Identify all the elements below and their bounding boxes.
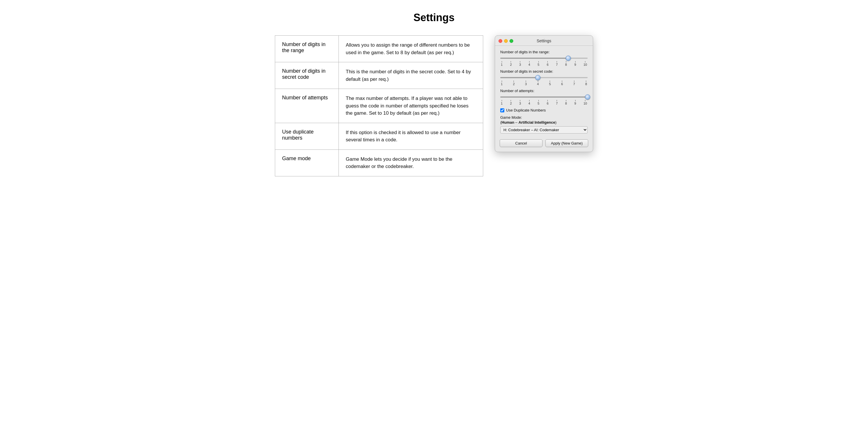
- tick-10: 10: [584, 61, 587, 66]
- tick-label: 8: [585, 82, 587, 86]
- tick-label: 6: [561, 82, 563, 86]
- checkbox-label[interactable]: Use Duplicate Numbers: [506, 108, 546, 112]
- settings-dialog: Settings Number of digits in the range: …: [495, 35, 593, 152]
- row-description-3: If this option is checked it is allowed …: [339, 123, 483, 149]
- tick-3: 3: [525, 81, 527, 86]
- tick-4: 4: [528, 100, 530, 105]
- maximize-button[interactable]: [509, 39, 513, 43]
- tick-mark: [526, 81, 526, 82]
- dialog-title: Settings: [537, 38, 552, 43]
- tick-1: 1: [501, 61, 503, 66]
- tick-label: 9: [574, 102, 576, 105]
- slider3-label: Number of attempts:: [500, 89, 588, 93]
- slider1-ticks: 12345678910: [500, 61, 588, 66]
- apply-button[interactable]: Apply (New Game): [546, 139, 588, 147]
- slider2-fill: [500, 77, 538, 78]
- tick-7: 7: [556, 100, 558, 105]
- slider2-container: 12345678: [500, 75, 588, 86]
- table-row: Use duplicate numbersIf this option is c…: [275, 123, 483, 149]
- tick-label: 7: [556, 102, 558, 105]
- tick-4: 4: [528, 61, 530, 66]
- slider1-container: 12345678910: [500, 55, 588, 66]
- tick-label: 8: [565, 63, 567, 66]
- slider2-ticks: 12345678: [500, 81, 588, 86]
- tick-8: 8: [585, 81, 587, 86]
- dialog-body: Number of digits in the range: 123456789…: [495, 46, 593, 139]
- slider3-track: [500, 96, 588, 97]
- tick-label: 4: [537, 82, 539, 86]
- traffic-lights: [498, 39, 513, 43]
- slider1-thumb[interactable]: [566, 56, 571, 61]
- tick-mark: [502, 61, 502, 63]
- gamemode-label: Game Mode:: [500, 115, 588, 120]
- tick-1: 1: [501, 81, 503, 86]
- tick-5: 5: [537, 61, 539, 66]
- row-label-3: Use duplicate numbers: [275, 123, 339, 149]
- slider1-track: [500, 58, 588, 59]
- tick-label: 1: [501, 102, 503, 105]
- row-label-2: Number of attempts: [275, 89, 339, 123]
- tick-mark: [514, 81, 514, 82]
- tick-4: 4: [537, 81, 539, 86]
- slider2-label: Number of digits in secret code:: [500, 69, 588, 74]
- gamemode-select[interactable]: H: Codebreaker – AI: CodemakerH: Codemak…: [500, 126, 588, 134]
- tick-label: 5: [537, 102, 539, 105]
- tick-mark: [550, 81, 550, 82]
- row-label-0: Number of digits in the range: [275, 36, 339, 62]
- slider3-container: 12345678910: [500, 94, 588, 105]
- dialog-titlebar: Settings: [495, 36, 593, 46]
- tick-3: 3: [519, 61, 521, 66]
- checkbox-row[interactable]: Use Duplicate Numbers: [500, 108, 588, 112]
- tick-mark: [502, 100, 502, 102]
- tick-mark: [557, 61, 557, 63]
- slider2-track-wrapper[interactable]: [500, 75, 588, 81]
- tick-mark: [575, 61, 576, 63]
- tick-label: 10: [584, 63, 587, 66]
- tick-7: 7: [573, 81, 575, 86]
- tick-label: 4: [528, 63, 530, 66]
- slider2-thumb[interactable]: [535, 75, 540, 80]
- tick-mark: [538, 61, 539, 63]
- table-row: Number of attemptsThe max number of atte…: [275, 89, 483, 123]
- tick-mark: [586, 81, 586, 82]
- row-description-4: Game Mode lets you decide if you want to…: [339, 149, 483, 176]
- tick-mark: [538, 81, 538, 82]
- tick-label: 7: [556, 63, 558, 66]
- cancel-button[interactable]: Cancel: [500, 139, 542, 147]
- slider1-track-wrapper[interactable]: [500, 55, 588, 61]
- tick-label: 1: [501, 63, 503, 66]
- tick-7: 7: [556, 61, 558, 66]
- tick-label: 6: [547, 63, 549, 66]
- tick-mark: [538, 100, 539, 102]
- tick-2: 2: [513, 81, 515, 86]
- tick-2: 2: [510, 61, 512, 66]
- tick-3: 3: [519, 100, 521, 105]
- row-description-2: The max number of attempts. If a player …: [339, 89, 483, 123]
- duplicate-checkbox[interactable]: [500, 108, 504, 112]
- tick-label: 2: [510, 102, 512, 105]
- dialog-buttons: Cancel Apply (New Game): [495, 139, 593, 147]
- tick-9: 9: [574, 61, 576, 66]
- row-label-1: Number of digits in secret code: [275, 62, 339, 89]
- tick-6: 6: [561, 81, 563, 86]
- tick-label: 5: [549, 82, 551, 86]
- tick-8: 8: [565, 61, 567, 66]
- tick-label: 9: [574, 63, 576, 66]
- table-row: Number of digits in secret codeThis is t…: [275, 62, 483, 89]
- slider3-track-wrapper[interactable]: [500, 94, 588, 100]
- tick-mark: [520, 100, 520, 102]
- row-description-1: This is the number of digits in the secr…: [339, 62, 483, 89]
- minimize-button[interactable]: [504, 39, 508, 43]
- tick-label: 3: [519, 63, 521, 66]
- close-button[interactable]: [498, 39, 502, 43]
- tick-label: 2: [513, 82, 515, 86]
- tick-mark: [585, 100, 585, 102]
- slider3-ticks: 12345678910: [500, 100, 588, 105]
- tick-label: 8: [565, 102, 567, 105]
- row-description-0: Allows you to assign the range of differ…: [339, 36, 483, 62]
- tick-6: 6: [547, 100, 549, 105]
- content-area: Number of digits in the rangeAllows you …: [275, 35, 593, 176]
- tick-label: 6: [547, 102, 549, 105]
- tick-8: 8: [565, 100, 567, 105]
- slider3-thumb[interactable]: [585, 94, 590, 99]
